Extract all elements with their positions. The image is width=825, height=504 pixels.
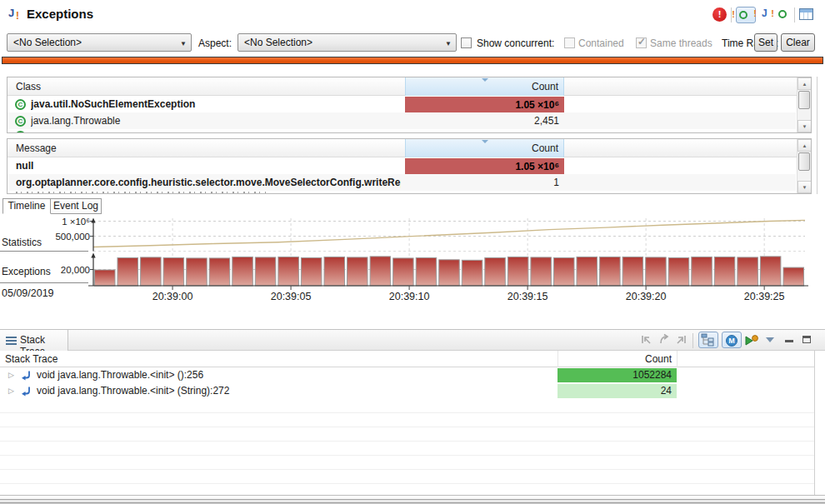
- timeline-bar[interactable]: [278, 257, 299, 286]
- table-row[interactable]: org.optaplanner.core.config.heuristic.se…: [8, 174, 796, 191]
- aspect-dropdown[interactable]: <No Selection> ▼: [238, 33, 457, 52]
- empty-row: [0, 442, 814, 456]
- timeline-bar[interactable]: [485, 257, 506, 286]
- group-by-method-toggle[interactable]: M: [722, 332, 742, 348]
- scroll-up-button[interactable]: ▲: [798, 77, 812, 90]
- x-axis-tick-label: 20:39:20: [626, 291, 667, 302]
- timeline-bar[interactable]: [646, 257, 667, 286]
- view-menu-button[interactable]: [766, 337, 774, 342]
- timeline-bar[interactable]: [714, 257, 735, 286]
- timeline-bar[interactable]: [324, 257, 345, 286]
- divider: [814, 351, 815, 495]
- timeline-bar[interactable]: [760, 257, 781, 286]
- timeline-bar[interactable]: [416, 257, 437, 286]
- table-row[interactable]: C java.lang.Throwable 2,451: [8, 112, 796, 129]
- method-icon: M: [726, 335, 738, 347]
- class-table-header: Class Count: [8, 77, 811, 96]
- empty-row: [0, 427, 814, 442]
- table-row[interactable]: C java.util.NoSuchElementException 1.05 …: [8, 96, 796, 112]
- timeline-bar[interactable]: [577, 257, 598, 286]
- timeline-bar[interactable]: [393, 258, 414, 286]
- bottom-sash[interactable]: [0, 495, 825, 504]
- scroll-down-button[interactable]: ▼: [798, 181, 812, 193]
- timeline-bar[interactable]: [255, 257, 276, 286]
- error-icon[interactable]: !: [712, 7, 727, 22]
- clipped-row: [8, 191, 796, 194]
- timeline-bar[interactable]: [531, 257, 552, 286]
- scrollbar-thumb[interactable]: [798, 152, 810, 171]
- exceptions-view: J ! Exceptions ! ! J ! ! <No: [0, 0, 825, 504]
- count-cell: 1.05 ×10⁶: [405, 96, 564, 112]
- y-axis-tick-label: 1 ×10⁶: [62, 217, 90, 227]
- table-row[interactable]: null 1.05 ×10⁶: [8, 157, 796, 174]
- tab-event-log[interactable]: Event Log: [50, 198, 102, 214]
- scrollbar-thumb[interactable]: [798, 91, 810, 109]
- timeline-bar[interactable]: [187, 258, 208, 286]
- count-column-header[interactable]: Count: [405, 77, 564, 96]
- class-icon: C: [15, 99, 26, 110]
- show-concurrent-checkbox[interactable]: [461, 37, 472, 48]
- count-column-header[interactable]: Count: [405, 139, 564, 157]
- group-by-class-message-button[interactable]: !: [776, 7, 792, 23]
- switch-frame-button[interactable]: [658, 333, 670, 347]
- clipped-text: [16, 192, 266, 194]
- timeline-bar[interactable]: [600, 257, 621, 286]
- timeline-bar[interactable]: [692, 257, 712, 286]
- tab-timeline[interactable]: Timeline: [2, 198, 51, 214]
- expand-icon[interactable]: ▷: [8, 367, 14, 383]
- prev-frame-button[interactable]: [640, 333, 652, 347]
- j-icon: J: [762, 7, 770, 16]
- timeline-bar[interactable]: [668, 257, 689, 286]
- minimize-button[interactable]: [785, 340, 793, 342]
- timeline-bar[interactable]: [232, 257, 253, 286]
- stack-frame-row[interactable]: ▷ void java.lang.Throwable.<init> ():256…: [0, 367, 814, 383]
- class-table-scrollbar[interactable]: ▲ ▼: [797, 77, 811, 132]
- timeline-bar[interactable]: [738, 257, 758, 286]
- timeline-bar[interactable]: [783, 267, 804, 286]
- timeline-bar[interactable]: [462, 260, 482, 286]
- timeline-bar[interactable]: [348, 257, 368, 286]
- y-axis-tick-label: 500,000: [55, 232, 90, 242]
- class-column-header[interactable]: Class: [16, 81, 41, 92]
- timeline-bar[interactable]: [163, 257, 184, 286]
- stack-trace-column-header[interactable]: Stack Trace: [5, 353, 58, 365]
- timeline-bar[interactable]: [439, 260, 460, 286]
- clear-button[interactable]: Clear: [781, 33, 815, 52]
- timeline-bar[interactable]: [554, 257, 575, 286]
- stack-frame-row[interactable]: ▷ void java.lang.Throwable.<init> (Strin…: [0, 383, 814, 399]
- timeline-bar[interactable]: [622, 257, 643, 286]
- scroll-down-button[interactable]: ▼: [798, 120, 812, 132]
- table-settings-button[interactable]: [799, 8, 813, 20]
- frame-group-button[interactable]: [744, 334, 759, 349]
- count-cell: 1.05 ×10⁶: [405, 157, 564, 174]
- timeline-bar[interactable]: [370, 257, 391, 286]
- scroll-up-button[interactable]: ▲: [798, 139, 812, 152]
- timeline-bar[interactable]: [141, 257, 162, 286]
- message-column-header[interactable]: Message: [16, 142, 57, 154]
- view-header: J ! Exceptions ! ! J ! !: [0, 0, 825, 30]
- timeline-bar[interactable]: [508, 257, 528, 286]
- x-axis-tick-label: 20:39:00: [152, 291, 193, 302]
- count-cell: 24: [558, 384, 677, 398]
- message-table-scrollbar[interactable]: ▲ ▼: [797, 139, 811, 193]
- timeline-bar[interactable]: [118, 257, 138, 286]
- timeline-bar[interactable]: [209, 258, 230, 286]
- tree-view-toggle[interactable]: [698, 332, 718, 348]
- timeline-bar[interactable]: [301, 257, 322, 286]
- message-table: Message Count null 1.05 ×10⁶ org.optapla…: [7, 138, 812, 194]
- expand-icon[interactable]: ▷: [8, 383, 14, 399]
- empty-row: [0, 399, 814, 413]
- count-column-header[interactable]: Count: [558, 353, 677, 365]
- tab-stack-trace[interactable]: Stack Trace: [0, 330, 68, 351]
- timeline-bar[interactable]: [95, 270, 116, 286]
- statistics-row-label: Statistics: [2, 237, 42, 248]
- selection-dropdown[interactable]: <No Selection> ▼: [7, 33, 192, 52]
- next-frame-button[interactable]: [675, 333, 688, 347]
- empty-row: [0, 470, 814, 484]
- menu-icon: [6, 337, 17, 345]
- y-axis-tick-label: 20,000: [61, 265, 90, 275]
- maximize-button[interactable]: [802, 336, 811, 343]
- set-button[interactable]: Set: [754, 33, 778, 52]
- message-table-header: Message Count: [8, 139, 811, 157]
- statistics-line: [93, 220, 805, 247]
